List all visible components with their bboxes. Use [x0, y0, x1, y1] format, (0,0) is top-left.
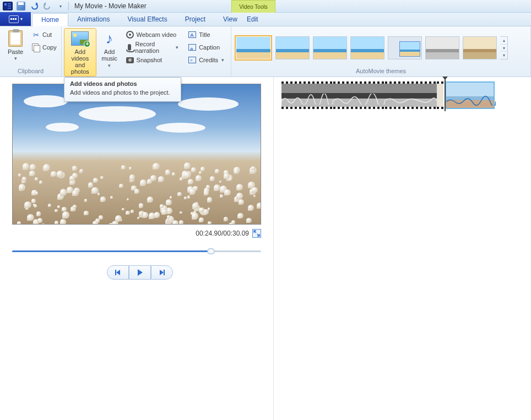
paste-button[interactable]: Paste ▾	[2, 28, 29, 68]
prev-frame-button[interactable]	[107, 265, 129, 280]
webcam-icon	[126, 30, 134, 39]
qat-customize-dropdown[interactable]: ▾	[55, 1, 66, 12]
preview-pane: /*decorative only*/ 00:24.90/00:30.09	[0, 77, 274, 420]
copy-icon	[31, 43, 40, 52]
tab-animations[interactable]: Animations	[68, 13, 118, 26]
cut-button[interactable]: ✂ Cut	[30, 29, 60, 41]
redo-button[interactable]	[42, 1, 53, 12]
timecode: 00:24.90/00:30.09	[196, 230, 249, 237]
credits-icon: ≡	[188, 56, 197, 64]
themes-gallery-more[interactable]: ▴▾▾	[500, 36, 508, 59]
timeline-clip-selected[interactable]	[445, 81, 495, 109]
snapshot-button[interactable]: Snapshot	[124, 54, 183, 66]
video-preview[interactable]: /*decorative only*/	[12, 84, 261, 225]
playhead[interactable]	[445, 79, 446, 111]
credits-button[interactable]: ≡ Credits▾	[186, 54, 229, 66]
ribbon: Paste ▾ ✂ Cut Copy Clipboard + Add video…	[0, 26, 531, 77]
tab-project[interactable]: Project	[176, 13, 214, 26]
add-videos-and-photos-button[interactable]: + Add videosand photos	[64, 28, 96, 77]
photo-icon: +	[71, 30, 89, 47]
theme-1[interactable]	[235, 35, 272, 61]
record-narration-button[interactable]: Record narration▾	[124, 41, 183, 53]
ribbon-tabs: ▾ Home Animations Visual Effects Project…	[0, 13, 531, 26]
music-note-icon: ♪	[101, 30, 118, 47]
add-music-button[interactable]: ♪ Addmusic ▾	[96, 28, 123, 77]
caption-button[interactable]: a Caption	[186, 41, 229, 53]
play-button[interactable]	[129, 265, 151, 280]
timeline-clip[interactable]	[281, 81, 333, 109]
timecode-row: 00:24.90/00:30.09	[12, 229, 261, 238]
timeline-pane	[274, 77, 531, 420]
main-area: /*decorative only*/ 00:24.90/00:30.09	[0, 77, 531, 420]
title-icon: A	[188, 30, 197, 39]
theme-2[interactable]	[275, 36, 310, 59]
next-frame-button[interactable]	[151, 265, 173, 280]
seek-bar[interactable]	[12, 246, 261, 257]
timeline-clip[interactable]	[385, 81, 437, 109]
theme-4[interactable]	[350, 36, 384, 59]
theme-7[interactable]	[463, 36, 497, 59]
tooltip: Add videos and photos Add videos and pho…	[64, 77, 181, 102]
microphone-icon	[126, 43, 133, 52]
group-label-automovie: AutoMovie themes	[231, 68, 530, 77]
clip-end-icon	[437, 81, 443, 109]
chevron-down-icon: ▾	[13, 55, 18, 62]
window-title: My Movie - Movie Maker	[74, 2, 147, 10]
svg-rect-0	[115, 270, 116, 275]
group-label-clipboard: Clipboard	[0, 68, 61, 77]
seek-thumb[interactable]	[207, 248, 215, 254]
tab-home[interactable]: Home	[32, 13, 68, 26]
tab-edit[interactable]: Edit	[238, 13, 267, 26]
theme-6[interactable]	[425, 36, 459, 59]
svg-rect-1	[164, 270, 165, 275]
contextual-tab-label: Video Tools	[231, 0, 275, 13]
tooltip-body: Add videos and photos to the project.	[70, 89, 175, 96]
title-bar: ▾ My Movie - Movie Maker Video Tools	[0, 0, 531, 13]
title-button[interactable]: A Title	[186, 29, 229, 41]
camera-icon	[126, 56, 134, 64]
app-menu-icon[interactable]	[2, 1, 13, 12]
timeline-clip[interactable]	[333, 81, 385, 109]
timeline-strip[interactable]	[281, 81, 527, 109]
theme-5[interactable]	[388, 36, 422, 59]
undo-button[interactable]	[29, 1, 40, 12]
fullscreen-button[interactable]	[252, 229, 261, 238]
theme-3[interactable]	[313, 36, 347, 59]
quick-access-toolbar: ▾	[2, 1, 66, 12]
tab-visual-effects[interactable]: Visual Effects	[118, 13, 176, 26]
copy-button[interactable]: Copy	[30, 41, 60, 53]
caption-icon: a	[188, 43, 197, 52]
save-button[interactable]	[15, 1, 26, 12]
scissors-icon: ✂	[31, 30, 40, 39]
tooltip-title: Add videos and photos	[70, 80, 175, 87]
file-tab[interactable]: ▾	[0, 12, 31, 26]
webcam-video-button[interactable]: Webcam video	[124, 29, 183, 41]
